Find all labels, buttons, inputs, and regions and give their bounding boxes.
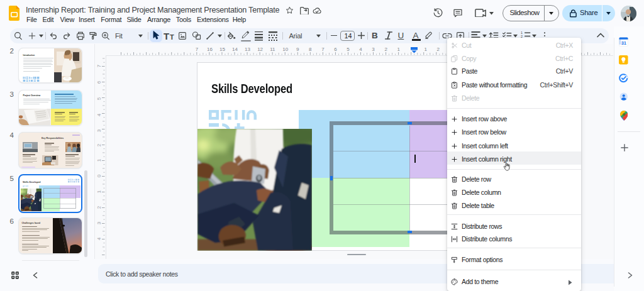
svg-text:31: 31 — [621, 40, 626, 46]
svg-text:4: 4 — [96, 237, 102, 240]
svg-text:7: 7 — [96, 64, 102, 67]
svg-text:5: 5 — [96, 97, 102, 100]
svg-text:3: 3 — [96, 221, 102, 224]
svg-text:0: 0 — [96, 174, 102, 177]
svg-text:1: 1 — [96, 158, 102, 162]
svg-text:3: 3 — [96, 129, 102, 132]
svg-text:T: T — [164, 31, 169, 41]
svg-text:1: 1 — [96, 190, 102, 193]
svg-text:2: 2 — [96, 143, 102, 146]
svg-text:2: 2 — [96, 206, 102, 209]
svg-text:6: 6 — [96, 80, 102, 84]
svg-text:T: T — [170, 33, 174, 40]
svg-text:4: 4 — [96, 113, 102, 116]
